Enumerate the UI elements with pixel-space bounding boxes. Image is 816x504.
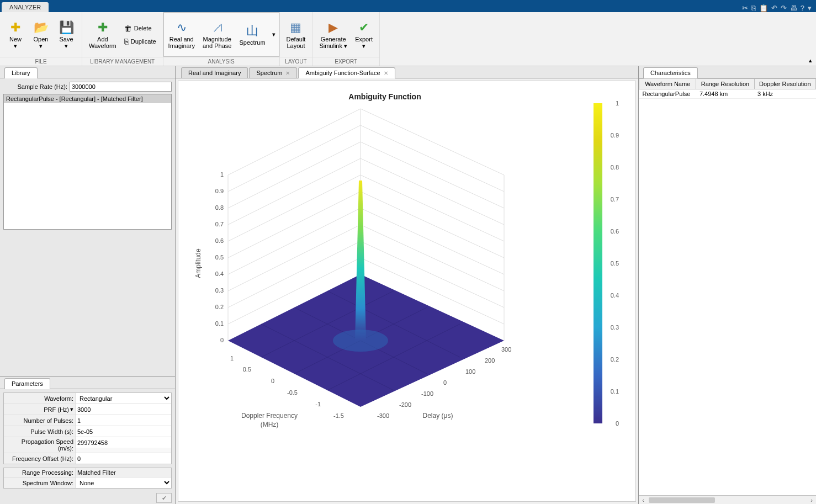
real-imaginary-button[interactable]: ∿ Real and Imaginary [165,18,198,51]
freqoffset-input[interactable] [76,453,171,464]
ribbon-group-export: ▶ Generate Simulink ▾ ✔ Export▾ EXPORT [312,12,380,66]
export-button[interactable]: ✔ Export▾ [352,18,376,51]
ribbon-group-analysis: ∿ Real and Imaginary ⩘ Magnitude and Pha… [163,12,280,66]
ribbon-group-file: ✚ New▾ 📂 Open▾ 💾 Save▾ FILE [0,12,82,66]
copy-icon[interactable]: ⎘ [751,4,756,12]
svg-text:0.6: 0.6 [215,237,224,244]
close-icon[interactable]: ✕ [384,70,388,76]
svg-line-15 [228,208,361,274]
prf-input[interactable] [76,404,171,415]
waveform-listbox[interactable]: RectangularPulse - [Rectangular] - [Matc… [3,94,172,230]
svg-line-3 [361,175,504,241]
chevron-left-icon[interactable]: ‹ [639,497,648,503]
close-icon[interactable]: ✕ [285,70,290,76]
list-item[interactable]: RectangularPulse - [Rectangular] - [Matc… [4,94,171,103]
horizontal-scrollbar[interactable]: ‹ › [639,495,816,504]
numpulses-label: Number of Pulses: [4,415,76,426]
spectrum-icon: ⼭ [246,24,258,38]
tab-real-imaginary[interactable]: Real and Imaginary [181,67,248,78]
undo-icon[interactable]: ↶ [771,4,777,12]
parameter-grid-2: Range Processing: Matched Filter Spectru… [3,468,172,489]
sample-rate-label: Sample Rate (Hz): [3,83,70,90]
default-layout-button[interactable]: ▦ Default Layout [283,18,309,51]
svg-line-13 [228,175,361,241]
svg-text:1: 1 [230,355,234,362]
titlebar-tab-analyzer[interactable]: ANALYZER [2,2,49,12]
svg-text:0: 0 [271,378,274,384]
duplicate-button[interactable]: ⎘ Duplicate [121,35,160,47]
generate-simulink-button[interactable]: ▶ Generate Simulink ▾ [316,18,351,51]
center-panel: Real and Imaginary Spectrum✕ Ambiguity F… [176,66,638,504]
svg-text:Doppler Frequency: Doppler Frequency [241,412,298,420]
folder-open-icon: 📂 [34,20,49,35]
svg-text:0.4: 0.4 [215,270,224,277]
sample-rate-input[interactable] [70,82,172,92]
tab-spectrum[interactable]: Spectrum✕ [249,67,297,78]
col-doppler-resolution[interactable]: Doppler Resolution [754,79,816,89]
numpulses-input[interactable] [76,415,171,426]
print-icon[interactable]: 🖶 [790,4,797,12]
svg-text:-200: -200 [399,401,411,408]
redo-icon[interactable]: ↷ [781,4,787,12]
colorbar [594,103,602,423]
tab-characteristics[interactable]: Characteristics [643,67,698,78]
plus-icon: ✚ [10,20,20,35]
svg-text:300: 300 [501,346,511,353]
scrollbar-thumb[interactable] [649,497,715,503]
svg-text:200: 200 [485,357,495,364]
layout-icon: ▦ [290,20,301,35]
svg-text:0: 0 [443,379,447,386]
add-waveform-button[interactable]: ✚ Add Waveform [86,18,120,51]
svg-text:-100: -100 [421,390,433,397]
paste-icon[interactable]: 📋 [759,4,768,12]
open-button[interactable]: 📂 Open▾ [29,18,53,51]
tab-ambiguity-surface[interactable]: Ambiguity Function-Surface✕ [298,67,395,78]
save-button[interactable]: 💾 Save▾ [54,18,78,51]
plot-area[interactable]: Ambiguity Function [178,81,636,502]
cut-icon[interactable]: ✂ [742,4,748,12]
analysis-dropdown[interactable]: ▾ [270,14,278,55]
colorbar-ticks: 0 0.1 0.2 0.3 0.4 0.5 0.6 0.7 0.8 0.9 1 [605,103,619,423]
pulsewidth-input[interactable] [76,426,171,437]
titlebar-actions: ✂ ⎘ 📋 ↶ ↷ 🖶 ? ▾ [742,4,816,12]
col-waveform-name[interactable]: Waveform Name [639,79,696,89]
simulink-icon: ▶ [328,20,338,35]
svg-text:0.5: 0.5 [215,254,224,261]
apply-button[interactable]: ✔ [156,493,172,503]
waveform-select[interactable]: Rectangular [76,393,171,404]
ribbon: ✚ New▾ 📂 Open▾ 💾 Save▾ FILE ✚ Add Wavefo… [0,12,816,66]
spectrum-button[interactable]: ⼭ Spectrum [236,22,268,48]
tab-library[interactable]: Library [4,67,38,78]
ribbon-minimize[interactable]: ▴ [805,12,816,66]
svg-line-6 [361,225,504,291]
svg-line-5 [361,208,504,274]
table-row[interactable]: RectangularPulse 7.4948 km 3 kHz [639,89,816,99]
ribbon-group-file-label: FILE [0,57,82,66]
save-icon: 💾 [59,20,74,35]
svg-line-11 [228,142,361,208]
trash-icon: 🗑 [124,24,132,33]
col-range-resolution[interactable]: Range Resolution [696,79,754,89]
characteristics-table: Waveform Name Range Resolution Doppler R… [639,78,816,99]
tab-parameters[interactable]: Parameters [4,378,50,389]
magnitude-phase-button[interactable]: ⩘ Magnitude and Phase [199,18,235,51]
plot-title: Ambiguity Function [178,92,591,101]
propspeed-input[interactable] [76,437,171,448]
svg-text:-1.5: -1.5 [333,412,344,419]
freqoffset-label: Frequency Offset (Hz): [4,453,76,464]
svg-text:(MHz): (MHz) [261,421,279,428]
specwin-label: Spectrum Window: [4,478,76,488]
svg-line-1 [361,142,504,208]
svg-line-10 [228,125,361,192]
delete-button[interactable]: 🗑 Delete [121,22,160,34]
ribbon-group-analysis-label: ANALYSIS [163,57,279,66]
chevron-right-icon[interactable]: › [807,497,816,503]
specwin-select[interactable]: None [76,478,171,488]
ribbon-group-libmgmt: ✚ Add Waveform 🗑 Delete ⎘ Duplicate LIBR… [82,12,163,66]
help-icon[interactable]: ? [801,4,804,12]
svg-line-9 [228,109,361,175]
dropdown-icon[interactable]: ▾ [808,4,812,12]
titlebar: ANALYZER ✂ ⎘ 📋 ↶ ↷ 🖶 ? ▾ [0,0,816,12]
ribbon-group-layout-label: LAYOUT [280,57,312,66]
new-button[interactable]: ✚ New▾ [3,18,28,51]
